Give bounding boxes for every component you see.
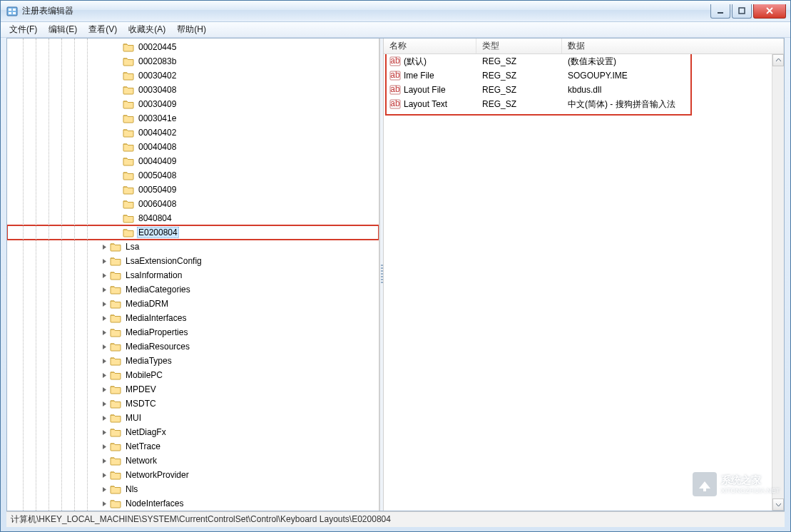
menu-file[interactable]: 文件(F) [5,22,41,37]
tree-item-label: 00030402 [137,70,178,81]
expander-icon[interactable] [100,399,108,408]
tree-item[interactable]: NetworkProvider [7,468,379,482]
column-data[interactable]: 数据 [562,39,784,53]
expander-icon[interactable] [100,499,108,508]
folder-icon [123,156,134,166]
expander-icon[interactable] [100,414,108,422]
value-row[interactable]: abIme FileREG_SZSOGOUPY.IME [384,68,784,83]
tree-item[interactable]: 00040402 [7,126,379,140]
tree-item[interactable]: 00020445 [7,40,379,54]
tree-item[interactable]: 00030409 [7,97,379,111]
tree-item[interactable]: 00040408 [7,140,379,154]
column-name[interactable]: 名称 [384,39,476,53]
tree-item-label: MUI [124,412,143,424]
tree-item[interactable]: Lsa [7,240,379,254]
folder-icon [110,356,121,366]
tree-item[interactable]: MediaDRM [7,297,379,311]
minimize-button[interactable] [710,4,730,19]
folder-icon [110,313,121,323]
expander-icon[interactable] [100,385,108,394]
expander-icon[interactable] [100,471,108,479]
tree-pane[interactable]: 000204450002083b000304020003040800030409… [7,39,379,511]
expander-icon[interactable] [100,271,108,280]
string-value-icon: ab [389,56,401,67]
tree-item[interactable]: 0003041e [7,111,379,126]
expander-icon[interactable] [100,342,108,351]
values-list[interactable]: ab(默认)REG_SZ(数值未设置)abIme FileREG_SZSOGOU… [384,54,784,511]
expander-icon[interactable] [100,456,108,465]
value-row[interactable]: abLayout TextREG_SZ中文(简体) - 搜狗拼音输入法 [384,97,784,111]
value-type-cell: REG_SZ [476,71,562,81]
tree-item[interactable]: MUI [7,411,379,425]
svg-rect-6 [739,8,745,14]
svg-rect-5 [718,12,723,14]
value-row[interactable]: ab(默认)REG_SZ(数值未设置) [384,54,784,68]
expander-icon[interactable] [100,428,108,436]
tree-item[interactable]: E0200804 [7,225,379,240]
value-row[interactable]: abLayout FileREG_SZkbdus.dll [384,83,784,97]
tree-item[interactable]: MediaInterfaces [7,311,379,325]
tree-item[interactable]: Network [7,454,379,468]
tree-item[interactable]: 00060408 [7,197,379,211]
expander-icon[interactable] [100,485,108,493]
expander-icon[interactable] [100,442,108,451]
maximize-button[interactable] [732,4,752,19]
string-value-icon: ab [389,70,401,81]
registry-tree[interactable]: 000204450002083b000304020003040800030409… [7,39,379,511]
expander-icon[interactable] [100,328,108,337]
tree-item[interactable]: MediaCategories [7,282,379,297]
expander-icon[interactable] [100,314,108,322]
tree-item[interactable]: Nls [7,482,379,496]
folder-icon [110,441,121,451]
tree-item-label: MediaInterfaces [124,312,188,324]
folder-icon [110,470,121,480]
tree-item[interactable]: 0002083b [7,54,379,68]
tree-item-label: NetTrace [124,441,162,452]
tree-item[interactable]: MPDEV [7,382,379,397]
menu-edit[interactable]: 编辑(E) [44,22,81,37]
expander-icon[interactable] [100,300,108,308]
menu-help[interactable]: 帮助(H) [173,22,210,37]
expander-icon[interactable] [100,357,108,365]
expander-icon[interactable] [100,257,108,265]
folder-icon [123,85,134,95]
close-button[interactable] [753,4,786,19]
titlebar[interactable]: 注册表编辑器 [1,1,790,22]
value-data-cell: kbdus.dll [562,85,784,95]
tree-item[interactable]: 8040804 [7,211,379,225]
tree-item[interactable]: NodeInterfaces [7,496,379,511]
client-area: 000204450002083b000304020003040800030409… [6,38,785,511]
tree-item[interactable]: MediaTypes [7,354,379,368]
tree-item[interactable]: MobilePC [7,368,379,382]
tree-item[interactable]: MediaResources [7,339,379,354]
folder-icon [110,342,121,352]
tree-item[interactable]: 00050409 [7,183,379,197]
expander-icon[interactable] [100,371,108,379]
tree-item[interactable]: NetTrace [7,439,379,454]
tree-item[interactable]: 00040409 [7,154,379,168]
string-value-icon: ab [389,84,401,96]
tree-item[interactable]: 00050408 [7,168,379,183]
tree-item[interactable]: 00030408 [7,83,379,97]
tree-item[interactable]: LsaExtensionConfig [7,254,379,268]
tree-item-label: 00030409 [137,98,178,110]
tree-item[interactable]: MSDTC [7,397,379,411]
tree-item[interactable]: NetDiagFx [7,425,379,439]
values-pane[interactable]: 名称 类型 数据 ab(默认)REG_SZ(数值未设置)abIme FileRE… [384,39,784,511]
tree-item[interactable]: 00030402 [7,68,379,83]
scroll-up-button[interactable] [772,54,784,66]
statusbar: 计算机\HKEY_LOCAL_MACHINE\SYSTEM\CurrentCon… [6,511,785,527]
tree-item[interactable]: LsaInformation [7,268,379,282]
tree-item-label: 8040804 [137,213,173,224]
expander-icon[interactable] [100,285,108,294]
folder-icon [123,42,134,52]
tree-item[interactable]: MediaProperties [7,325,379,339]
menu-view[interactable]: 查看(V) [84,22,121,37]
vertical-scrollbar[interactable] [772,54,784,511]
expander-icon[interactable] [100,242,108,251]
scroll-down-button[interactable] [772,498,784,511]
menu-favorites[interactable]: 收藏夹(A) [124,22,170,37]
scroll-track[interactable] [772,66,784,498]
column-type[interactable]: 类型 [476,39,562,53]
tree-item-label: MediaDRM [124,298,170,310]
